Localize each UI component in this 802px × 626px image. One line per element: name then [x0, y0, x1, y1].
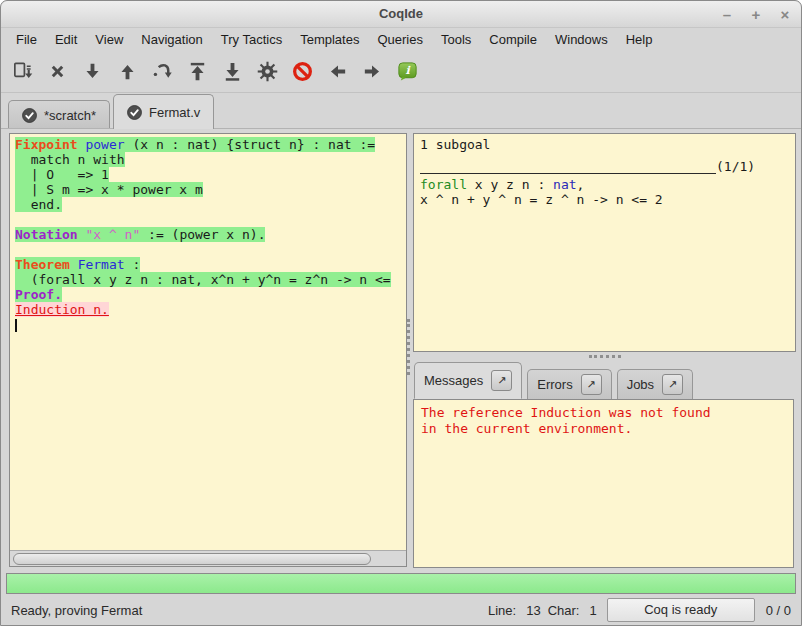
coqide-window: CoqIde –+× FileEditViewNavigationTry Tac… — [0, 0, 802, 626]
goal-separator: (1/1) — [420, 159, 789, 174]
detach-arrow-icon: ↗ — [587, 378, 596, 390]
code-token: Fermat — [78, 257, 125, 272]
code-line-text: end. — [15, 197, 62, 212]
detach-arrow-icon: ↗ — [497, 374, 506, 386]
goal-line-2: x ^ n + y ^ n = z ^ n -> n <= 2 — [420, 192, 789, 207]
menu-file[interactable]: File — [7, 29, 46, 50]
goal-line-1: forall x y z n : nat, — [420, 177, 789, 192]
char-label: Char: — [548, 603, 580, 618]
toolbar: i — [1, 51, 801, 93]
code-line-12: Induction n. — [15, 302, 406, 317]
go-to-cursor-button[interactable] — [149, 59, 175, 85]
menu-compile[interactable]: Compile — [480, 29, 546, 50]
code-line-text: Proof. — [15, 287, 62, 302]
back-arrow-icon — [326, 60, 349, 83]
step-backward-icon — [116, 60, 139, 83]
tab-jobs[interactable]: Jobs↗ — [617, 369, 693, 399]
previous-occurrence-button[interactable] — [324, 59, 350, 85]
window-controls: –+× — [719, 1, 793, 27]
menu-help[interactable]: Help — [617, 29, 662, 50]
forward-one-command-button[interactable] — [79, 59, 105, 85]
goal-token: , — [577, 177, 585, 192]
restart-button[interactable] — [184, 59, 210, 85]
tab-scratch[interactable]: *scratch* — [8, 100, 110, 129]
go-to-end-button[interactable] — [219, 59, 245, 85]
about-button[interactable]: i — [394, 59, 420, 85]
tab-fermat.v[interactable]: Fermat.v — [113, 94, 214, 129]
code-token: := (power x n). — [140, 227, 265, 242]
tab-label: *scratch* — [44, 108, 96, 123]
close-buffer-button[interactable] — [44, 59, 70, 85]
message-line-1: The reference Induction was not found — [421, 405, 786, 421]
backward-one-command-button[interactable] — [114, 59, 140, 85]
code-token: (x n : nat) {struct n} : nat := — [125, 137, 375, 152]
go-to-cursor-icon — [151, 60, 174, 83]
tab-messages[interactable]: Messages↗ — [414, 362, 522, 399]
detach-arrow-icon: ↗ — [668, 378, 677, 390]
line-label: Line: — [488, 603, 516, 618]
code-line-9: Theorem Fermat : — [15, 257, 406, 272]
check-icon — [127, 105, 142, 120]
menu-navigation[interactable]: Navigation — [132, 29, 211, 50]
separator-line — [420, 162, 716, 174]
goal-token: nat — [553, 177, 576, 192]
code-token: (forall x y z n : nat, x^n + y^n = z^n -… — [15, 272, 391, 287]
menu-queries[interactable]: Queries — [368, 29, 432, 50]
goal-counter: (1/1) — [716, 159, 755, 174]
code-line-8 — [15, 242, 406, 257]
save-icon — [11, 60, 34, 83]
menu-bar: FileEditViewNavigationTry TacticsTemplat… — [1, 28, 801, 51]
code-line-text: Notation "x ^ n" := (power x n). — [15, 227, 265, 242]
interrupt-button[interactable] — [289, 59, 315, 85]
save-button[interactable] — [9, 59, 35, 85]
detach-button[interactable]: ↗ — [491, 370, 512, 391]
tab-label: Fermat.v — [149, 105, 200, 120]
scrollbar-thumb[interactable] — [13, 553, 371, 565]
code-token: Proof. — [15, 287, 62, 302]
code-token: | S m => x * power x m — [15, 182, 203, 197]
code-token: | O => 1 — [15, 167, 109, 182]
horizontal-splitter-handle[interactable] — [589, 355, 621, 358]
horizontal-scrollbar[interactable] — [10, 550, 406, 566]
status-bar: Ready, proving Fermat Line: 13 Char: 1 C… — [1, 595, 801, 625]
vertical-splitter-handle[interactable] — [407, 319, 410, 375]
code-token: Fixpoint — [15, 137, 78, 152]
code-line-4: | S m => x * power x m — [15, 182, 406, 197]
next-occurrence-button[interactable] — [359, 59, 385, 85]
menu-edit[interactable]: Edit — [46, 29, 86, 50]
code-line-11: Proof. — [15, 287, 406, 302]
goal-token: x ^ n + y ^ n = z ^ n -> n <= 2 — [420, 192, 663, 207]
code-token: "x ^ n" — [85, 227, 140, 242]
menu-tools[interactable]: Tools — [432, 29, 480, 50]
script-pane: Fixpoint power (x n : nat) {struct n} : … — [9, 133, 407, 567]
code-area[interactable]: Fixpoint power (x n : nat) {struct n} : … — [10, 134, 406, 550]
code-token: : — [125, 257, 141, 272]
restart-top-icon — [186, 60, 209, 83]
menu-view[interactable]: View — [86, 29, 132, 50]
code-line-text: | S m => x * power x m — [15, 182, 203, 197]
tab-errors[interactable]: Errors↗ — [527, 369, 611, 399]
code-token: Notation — [15, 227, 78, 242]
messages-notebook: Messages↗Errors↗Jobs↗ The reference Indu… — [413, 362, 794, 568]
detach-button[interactable]: ↗ — [581, 374, 602, 395]
status-text: Ready, proving Fermat — [11, 603, 488, 618]
detach-button[interactable]: ↗ — [662, 374, 683, 395]
fully-check-document-button[interactable] — [254, 59, 280, 85]
task-counter: 0 / 0 — [766, 603, 791, 618]
menu-templates[interactable]: Templates — [291, 29, 368, 50]
minimize-button[interactable]: – — [719, 6, 735, 23]
code-line-6 — [15, 212, 406, 227]
code-line-5: end. — [15, 197, 406, 212]
menu-windows[interactable]: Windows — [546, 29, 617, 50]
goal-pane: 1 subgoal (1/1) forall x y z n : nat,x ^… — [413, 133, 796, 352]
maximize-button[interactable]: + — [748, 6, 764, 23]
messages-content[interactable]: The reference Induction was not foundin … — [413, 399, 794, 568]
char-value: 1 — [589, 603, 596, 618]
code-line-2: match n with — [15, 152, 406, 167]
goal-token: forall — [420, 177, 467, 192]
close-button[interactable]: × — [777, 6, 793, 23]
tab-label: Errors — [537, 377, 572, 392]
title-bar[interactable]: CoqIde –+× — [1, 1, 801, 28]
goal-header: 1 subgoal — [420, 137, 789, 152]
menu-try-tactics[interactable]: Try Tactics — [212, 29, 291, 50]
